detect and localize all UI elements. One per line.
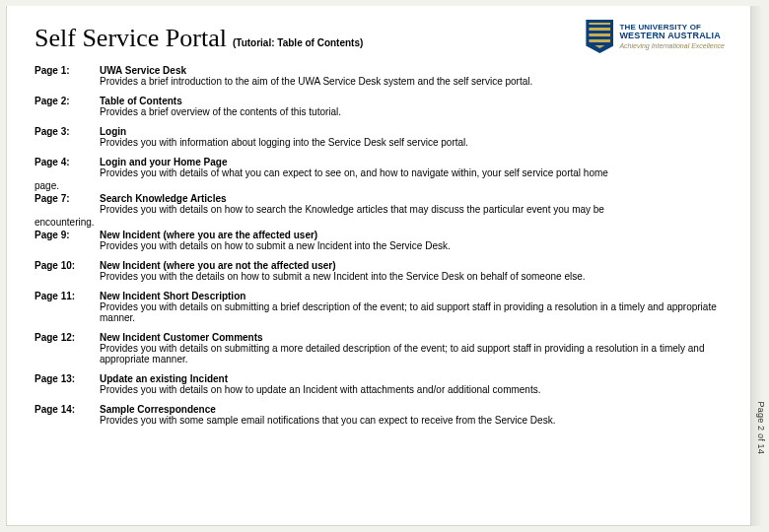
toc-description: Provides a brief introduction to the aim…	[100, 76, 532, 87]
toc-page-label: Page 9:	[35, 230, 100, 240]
header: Self Service Portal (Tutorial: Table of …	[35, 24, 725, 53]
toc-title: Search Knowledge Articles	[100, 193, 227, 204]
toc-entry: Page 3:LoginProvides you with informatio…	[35, 126, 725, 148]
title-line: Self Service Portal (Tutorial: Table of …	[35, 24, 363, 53]
toc-description: Provides you with details on how to upda…	[100, 384, 540, 395]
university-tagline: Achieving International Excellence	[619, 42, 725, 49]
toc-page-label: Page 13:	[35, 373, 100, 384]
toc-title: Sample Correspondence	[100, 404, 216, 415]
toc-page-label: Page 10:	[35, 260, 100, 271]
toc-page-label: Page 2:	[35, 96, 100, 106]
toc-description: Provides you with the details on how to …	[100, 271, 586, 282]
toc-body: Search Knowledge ArticlesProvides you wi…	[100, 193, 725, 215]
toc-title: New Incident Customer Comments	[100, 332, 263, 343]
toc-page-label: Page 11:	[35, 291, 100, 301]
toc-description: Provides you with details on how to sear…	[100, 204, 604, 215]
toc-title: Login and your Home Page	[100, 157, 227, 167]
crest-icon	[586, 20, 613, 53]
toc-title: Update an existing Incident	[100, 373, 228, 384]
toc-body: Table of ContentsProvides a brief overvi…	[100, 96, 725, 117]
toc-page-label: Page 4:	[35, 157, 100, 167]
toc-description: Provides you with details on submitting …	[100, 301, 717, 323]
toc-entry: Page 14:Sample CorrespondenceProvides yo…	[35, 404, 725, 426]
toc-description: Provides you with some sample email noti…	[100, 415, 555, 426]
toc-title: New Incident (where you are the affected…	[100, 230, 317, 240]
toc-body: New Incident (where you are not the affe…	[100, 260, 725, 282]
toc-body: Login and your Home PageProvides you wit…	[100, 157, 725, 178]
document-page: Self Service Portal (Tutorial: Table of …	[6, 6, 751, 526]
toc-description: Provides you with details of what you ca…	[100, 167, 608, 178]
toc-entry: Page 1:UWA Service DeskProvides a brief …	[35, 65, 725, 87]
toc-description: Provides you with details on how to subm…	[100, 240, 451, 251]
toc-entry: Page 13:Update an existing IncidentProvi…	[35, 373, 725, 395]
toc-body: Update an existing IncidentProvides you …	[100, 373, 725, 395]
university-logo: THE UNIVERSITY OF WESTERN AUSTRALIA Achi…	[586, 20, 725, 53]
toc-page-label: Page 12:	[35, 332, 100, 343]
toc-description: Provides you with details on submitting …	[100, 343, 705, 365]
toc-entry: Page 4:Login and your Home PageProvides …	[35, 157, 725, 178]
toc-page-label: Page 7:	[35, 193, 100, 204]
toc-body: New Incident Short DescriptionProvides y…	[100, 291, 725, 323]
toc-title: New Incident Short Description	[100, 291, 245, 301]
toc-entry: Page 12:New Incident Customer CommentsPr…	[35, 332, 725, 365]
page-subtitle: (Tutorial: Table of Contents)	[233, 37, 363, 48]
toc-body: Sample CorrespondenceProvides you with s…	[100, 404, 725, 426]
toc-description: Provides you with information about logg…	[100, 137, 468, 148]
toc-entry: Page 2:Table of ContentsProvides a brief…	[35, 96, 725, 117]
toc-body: New Incident Customer CommentsProvides y…	[100, 332, 725, 365]
toc-body: UWA Service DeskProvides a brief introdu…	[100, 65, 725, 87]
university-text: THE UNIVERSITY OF WESTERN AUSTRALIA Achi…	[619, 24, 725, 49]
toc-title: UWA Service Desk	[100, 65, 186, 76]
toc-body: LoginProvides you with information about…	[100, 126, 725, 148]
toc-page-label: Page 3:	[35, 126, 100, 137]
toc-body: New Incident (where you are the affected…	[100, 230, 725, 251]
toc-description: Provides a brief overview of the content…	[100, 106, 341, 117]
toc-entry: Page 10:New Incident (where you are not …	[35, 260, 725, 282]
page-title: Self Service Portal	[35, 24, 227, 53]
toc-title: Table of Contents	[100, 96, 182, 106]
toc-page-label: Page 1:	[35, 65, 100, 76]
toc-entry: Page 9:New Incident (where you are the a…	[35, 230, 725, 251]
table-of-contents: Page 1:UWA Service DeskProvides a brief …	[35, 65, 725, 426]
toc-entry: Page 11:New Incident Short DescriptionPr…	[35, 291, 725, 323]
toc-entry: Page 7:Search Knowledge ArticlesProvides…	[35, 193, 725, 215]
toc-continuation: page.	[35, 180, 725, 191]
toc-page-label: Page 14:	[35, 404, 100, 415]
page-shadow	[751, 6, 763, 526]
university-line2: WESTERN AUSTRALIA	[619, 32, 725, 40]
toc-title: New Incident (where you are not the affe…	[100, 260, 336, 271]
toc-continuation: encountering.	[35, 217, 725, 228]
toc-title: Login	[100, 126, 126, 137]
